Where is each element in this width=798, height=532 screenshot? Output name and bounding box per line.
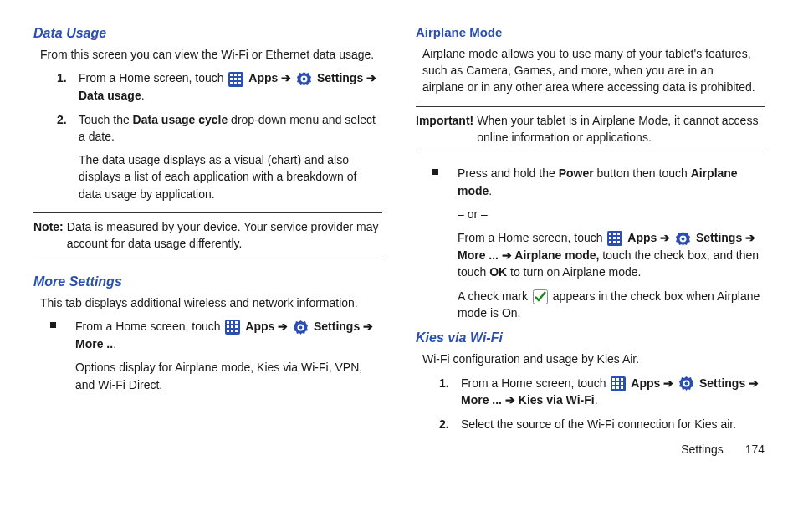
svg-rect-34 — [613, 241, 616, 243]
arrow-icon: ➔ — [660, 231, 673, 244]
ok-label: OK — [489, 265, 507, 279]
step-2: 2. Touch the Data usage cycle drop-down … — [57, 111, 382, 202]
bullet-text: to turn on Airplane mode. — [507, 265, 641, 279]
arrow-icon: ➔ — [749, 376, 759, 390]
settings-icon — [675, 231, 691, 247]
step-number: 1. — [57, 69, 67, 86]
data-usage-label: Data usage — [79, 89, 141, 102]
svg-rect-32 — [617, 237, 620, 239]
svg-rect-15 — [231, 321, 233, 324]
arrow-icon: ➔ — [499, 248, 514, 262]
period: . — [489, 184, 492, 197]
step-number: 1. — [439, 375, 449, 391]
svg-rect-35 — [617, 241, 620, 243]
step-number: 2. — [439, 416, 449, 432]
svg-rect-31 — [613, 237, 616, 239]
bullet-para: A check mark appears in the check box wh… — [458, 288, 765, 322]
bullet-text: From a Home screen, touch — [75, 320, 223, 333]
apps-label: Apps — [248, 71, 278, 84]
bullet-item: From a Home screen, touch Apps ➔ Setting… — [50, 318, 382, 393]
page-columns: Data Usage From this screen you can view… — [33, 23, 765, 458]
more-settings-intro: This tab displays additional wireless an… — [40, 294, 376, 311]
step-2: 2. Select the source of the Wi-Fi connec… — [439, 416, 765, 432]
svg-rect-33 — [609, 241, 611, 243]
step-text: Select the source of the Wi-Fi connectio… — [461, 417, 736, 431]
period: . — [595, 393, 598, 407]
settings-icon — [296, 71, 312, 87]
svg-rect-48 — [616, 386, 619, 389]
heading-airplane: Airplane Mode — [416, 23, 765, 42]
heading-kies: Kies via Wi-Fi — [416, 328, 765, 347]
svg-rect-20 — [227, 330, 229, 332]
svg-point-38 — [682, 237, 685, 240]
svg-rect-1 — [230, 74, 233, 76]
bullet-text: From a Home screen, touch — [458, 231, 606, 244]
apps-icon — [607, 231, 622, 246]
apps-icon — [611, 376, 626, 391]
note-box: Note: Data is measured by your device. Y… — [33, 212, 382, 258]
apps-icon — [228, 72, 243, 87]
footer-page-number: 174 — [745, 442, 765, 456]
svg-rect-45 — [616, 382, 619, 385]
bullet-icon — [50, 322, 56, 328]
more-label: More .. — [75, 337, 113, 350]
svg-rect-16 — [235, 321, 238, 324]
bullet-text: Press and hold the — [458, 166, 559, 180]
svg-rect-8 — [234, 82, 237, 84]
arrow-icon: ➔ — [366, 71, 376, 84]
svg-rect-21 — [231, 330, 233, 332]
svg-rect-6 — [238, 78, 241, 80]
settings-label: Settings — [317, 71, 363, 84]
svg-rect-9 — [238, 82, 241, 84]
arrow-icon: ➔ — [663, 376, 677, 390]
svg-rect-42 — [616, 378, 619, 381]
svg-rect-47 — [612, 386, 615, 389]
svg-rect-28 — [613, 233, 616, 235]
settings-label: Settings — [314, 320, 360, 333]
svg-rect-14 — [227, 321, 229, 324]
svg-point-52 — [685, 382, 688, 386]
step-2-para: The data usage displays as a visual (cha… — [79, 151, 382, 202]
step-text: From a Home screen, touch — [79, 71, 227, 84]
settings-label: Settings — [699, 376, 745, 390]
bullet-text: button then touch — [594, 166, 691, 180]
left-column: Data Usage From this screen you can view… — [33, 23, 382, 458]
svg-point-25 — [299, 325, 303, 329]
page-footer: Settings 174 — [416, 441, 765, 458]
apps-label: Apps — [627, 231, 657, 244]
bullet-text: A check mark — [458, 289, 531, 303]
airplane-bullets: Press and hold the Power button then tou… — [432, 165, 765, 321]
important-label: Important! — [416, 112, 477, 146]
apps-label: Apps — [245, 320, 274, 333]
important-box: Important! When your tablet is in Airpla… — [416, 106, 765, 152]
svg-rect-4 — [230, 78, 233, 80]
note-label: Note: — [33, 218, 67, 253]
svg-rect-43 — [621, 378, 623, 381]
settings-icon — [293, 320, 309, 335]
airplane-mode-label: Airplane mode, — [514, 248, 599, 262]
bullet-para: From a Home screen, touch Apps ➔ Setting… — [458, 229, 765, 280]
svg-rect-22 — [235, 330, 238, 332]
heading-data-usage: Data Usage — [33, 23, 382, 43]
more-label: More ... — [461, 393, 502, 407]
kies-steps: 1. From a Home screen, touch Apps ➔ Sett… — [439, 375, 765, 432]
note-body: Data is measured by your device. Your se… — [67, 218, 382, 253]
step-number: 2. — [57, 111, 67, 128]
svg-rect-44 — [612, 382, 615, 385]
svg-rect-2 — [234, 74, 237, 76]
apps-label: Apps — [631, 376, 660, 390]
heading-more-settings: More Settings — [33, 272, 382, 291]
bullet-icon — [432, 169, 438, 175]
settings-icon — [678, 376, 694, 391]
svg-rect-18 — [231, 325, 233, 328]
svg-rect-46 — [621, 382, 623, 385]
arrow-icon: ➔ — [502, 393, 519, 407]
right-column: Airplane Mode Airplane mode allows you t… — [416, 23, 765, 458]
svg-rect-30 — [609, 237, 611, 239]
more-label: More ... — [458, 248, 499, 262]
arrow-icon: ➔ — [363, 320, 373, 333]
svg-rect-3 — [238, 74, 241, 76]
svg-rect-19 — [235, 325, 238, 328]
airplane-intro: Airplane mode allows you to use many of … — [422, 45, 758, 96]
or-text: – or – — [458, 206, 765, 223]
